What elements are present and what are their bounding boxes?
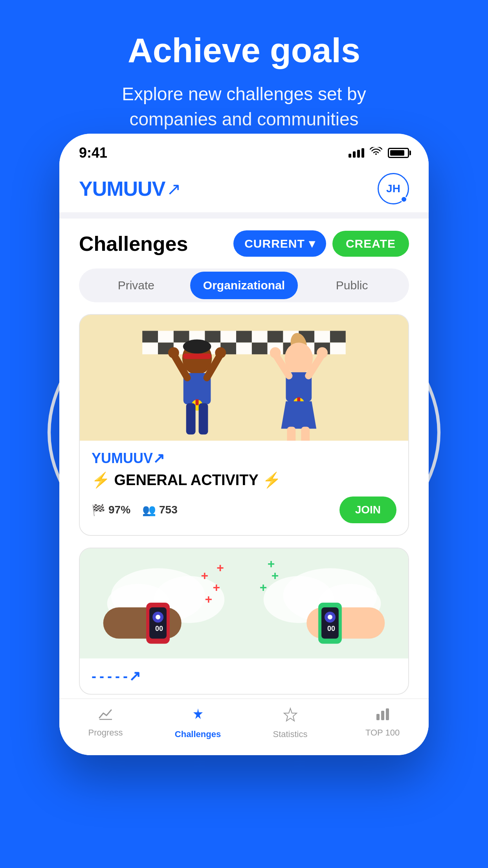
svg-text:+: + xyxy=(268,557,275,571)
athletes-illustration xyxy=(80,315,408,441)
app-logo: YUMUUV ↗ xyxy=(79,177,181,200)
svg-text:00: 00 xyxy=(327,625,335,633)
svg-text:+: + xyxy=(201,568,209,583)
svg-rect-8 xyxy=(220,331,236,343)
challenges-icon xyxy=(190,707,206,726)
svg-rect-51 xyxy=(301,427,310,441)
card-1-meta: 🏁 97% 👥 753 JOIN xyxy=(92,497,396,523)
nav-top100-label: TOP 100 xyxy=(365,728,400,738)
fistbump-illustration: 00 00 xyxy=(80,548,408,658)
nav-top100[interactable]: TOP 100 xyxy=(336,707,429,739)
chevron-down-icon: ▾ xyxy=(309,237,315,250)
section-divider xyxy=(59,212,429,219)
svg-point-38 xyxy=(215,347,226,358)
wifi-icon xyxy=(370,147,382,159)
nav-progress[interactable]: Progress xyxy=(59,707,152,739)
statistics-icon xyxy=(283,707,298,726)
nav-progress-label: Progress xyxy=(88,728,123,738)
svg-rect-14 xyxy=(314,331,330,343)
people-icon: 👥 xyxy=(142,504,156,517)
tab-private[interactable]: Private xyxy=(82,272,190,299)
logo-text: YUMUUV xyxy=(79,177,165,200)
tab-public[interactable]: Public xyxy=(298,272,406,299)
bottom-nav: Progress Challenges Statistics xyxy=(59,699,429,755)
svg-rect-82 xyxy=(386,708,389,720)
status-time: 9:41 xyxy=(79,145,107,161)
svg-point-31 xyxy=(183,339,211,353)
challenge-card-1: YUMUUV↗ ⚡ GENERAL ACTIVITY ⚡ 🏁 97% 👥 753 xyxy=(79,314,409,536)
svg-point-49 xyxy=(317,347,328,358)
challenge-cards: YUMUUV↗ ⚡ GENERAL ACTIVITY ⚡ 🏁 97% 👥 753 xyxy=(59,310,429,699)
svg-rect-22 xyxy=(236,342,252,354)
nav-challenges-label: Challenges xyxy=(175,729,221,739)
nav-statistics[interactable]: Statistics xyxy=(244,707,336,739)
svg-text:+: + xyxy=(216,561,224,575)
svg-rect-23 xyxy=(252,342,268,354)
create-button[interactable]: CREATE xyxy=(332,231,409,257)
app-header: YUMUUV ↗ JH xyxy=(59,165,429,212)
card-1-logo-arrow: ↗ xyxy=(153,450,165,466)
top100-icon xyxy=(375,707,391,725)
progress-stat: 🏁 97% xyxy=(92,504,130,517)
card-2-logo: - - - - - ↗ xyxy=(92,668,396,684)
card-1-stats: 🏁 97% 👥 753 xyxy=(92,504,178,517)
join-button[interactable]: JOIN xyxy=(339,497,396,523)
card-2-logo-arrow: ↗ xyxy=(129,668,141,684)
challenges-header: Challenges CURRENT ▾ CREATE xyxy=(59,219,429,265)
svg-rect-39 xyxy=(186,403,196,435)
hero-title: Achieve goals xyxy=(0,31,488,70)
svg-rect-50 xyxy=(287,427,295,441)
card-1-logo: YUMUUV↗ xyxy=(92,450,396,467)
card-image-1 xyxy=(80,315,408,441)
flag-icon: 🏁 xyxy=(92,504,105,517)
header-buttons: CURRENT ▾ CREATE xyxy=(233,230,409,257)
nav-challenges[interactable]: Challenges xyxy=(152,707,244,739)
phone-screen: 9:41 xyxy=(59,134,429,755)
avatar-dot xyxy=(401,196,407,202)
svg-rect-81 xyxy=(381,711,384,720)
svg-text:+: + xyxy=(260,580,267,594)
svg-text:+: + xyxy=(213,580,220,594)
svg-rect-40 xyxy=(199,403,208,435)
challenge-tabs: Private Organizational Public xyxy=(79,268,409,302)
svg-rect-4 xyxy=(158,331,174,343)
challenge-card-2: 00 00 xyxy=(79,548,409,695)
nav-statistics-label: Statistics xyxy=(273,729,307,739)
svg-point-69 xyxy=(328,615,332,620)
svg-point-48 xyxy=(270,347,281,358)
participants-stat: 👥 753 xyxy=(142,504,178,517)
hero-subtitle: Explore new challenges set by companies … xyxy=(106,81,382,132)
phone-mockup: 9:41 xyxy=(59,134,429,755)
svg-marker-79 xyxy=(284,708,297,721)
progress-icon xyxy=(98,707,114,725)
svg-rect-80 xyxy=(376,714,380,720)
challenges-heading: Challenges xyxy=(79,232,188,256)
hero-section: Achieve goals Explore new challenges set… xyxy=(0,0,488,156)
svg-rect-10 xyxy=(252,331,268,343)
svg-rect-16 xyxy=(142,342,158,354)
user-avatar[interactable]: JH xyxy=(378,173,409,204)
svg-point-63 xyxy=(156,615,160,620)
svg-text:00: 00 xyxy=(155,625,163,633)
logo-arrow-icon: ↗ xyxy=(167,179,181,199)
battery-icon xyxy=(388,148,409,158)
svg-rect-28 xyxy=(330,342,346,354)
tab-organizational[interactable]: Organizational xyxy=(190,272,298,299)
svg-point-37 xyxy=(168,347,179,358)
svg-rect-15 xyxy=(330,331,346,343)
card-image-2: 00 00 xyxy=(80,548,408,658)
svg-rect-11 xyxy=(268,331,283,343)
svg-rect-9 xyxy=(236,331,252,343)
card-1-title: ⚡ GENERAL ACTIVITY ⚡ xyxy=(92,471,396,489)
svg-rect-3 xyxy=(142,331,158,343)
card-1-content: YUMUUV↗ ⚡ GENERAL ACTIVITY ⚡ 🏁 97% 👥 753 xyxy=(80,441,408,535)
status-icons xyxy=(349,147,409,159)
current-filter-button[interactable]: CURRENT ▾ xyxy=(233,230,326,257)
svg-rect-34 xyxy=(196,399,199,405)
svg-text:+: + xyxy=(205,592,212,606)
status-bar: 9:41 xyxy=(59,134,429,165)
signal-icon xyxy=(349,148,364,158)
card-2-content: - - - - - ↗ xyxy=(80,658,408,694)
svg-rect-30 xyxy=(183,353,211,359)
svg-rect-7 xyxy=(205,331,220,343)
